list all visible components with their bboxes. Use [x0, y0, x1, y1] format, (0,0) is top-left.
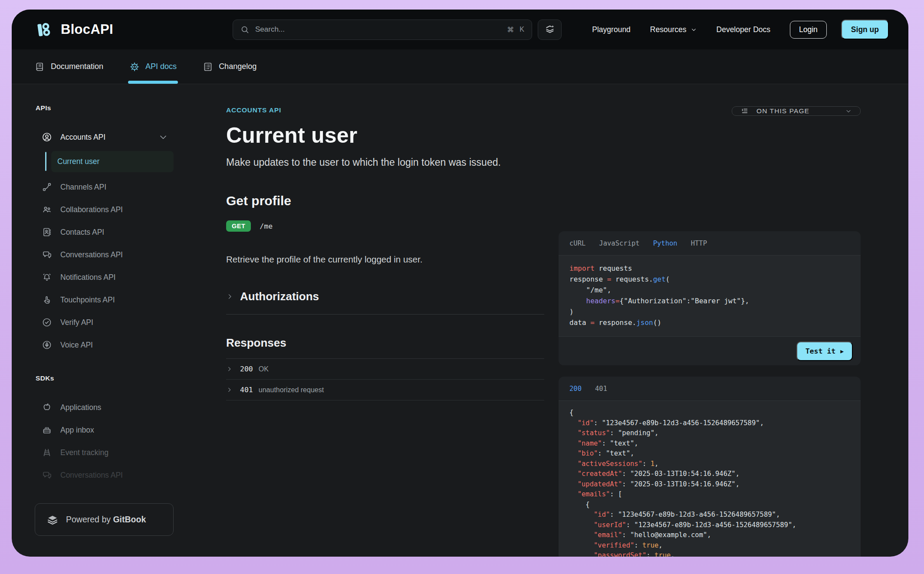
search-placeholder: Search...	[255, 25, 285, 34]
play-icon: ▶	[840, 348, 844, 354]
site-header: BlocAPI Search... ⌘K Playground	[12, 10, 908, 49]
tab-200[interactable]: 200	[569, 385, 582, 393]
code-panel-footer: Test it ▶	[559, 336, 861, 365]
user-circle-icon	[42, 132, 52, 142]
response-status-tabs: 200 401	[559, 377, 861, 401]
railway-track-icon	[42, 447, 52, 458]
search-input[interactable]: Search... ⌘K	[233, 20, 532, 40]
nav-developer-docs[interactable]: Developer Docs	[717, 25, 771, 34]
tab-documentation[interactable]: Documentation	[35, 49, 103, 84]
chat-bubbles-icon	[42, 249, 52, 260]
sidebar-item-applications[interactable]: Applications	[35, 396, 174, 419]
app-window: BlocAPI Search... ⌘K Playground	[12, 10, 908, 557]
code-sidebar: ON THIS PAGE cURL JavaScript Python HTTP…	[559, 84, 861, 557]
route-icon	[42, 182, 52, 192]
responses-heading: Responses	[226, 336, 544, 359]
book-icon	[35, 62, 45, 72]
tab-401[interactable]: 401	[595, 385, 607, 393]
sidebar-item-collaborations-api[interactable]: Collaborations API	[35, 198, 174, 221]
on-this-page-dropdown[interactable]: ON THIS PAGE	[732, 106, 861, 116]
request-code-panel: cURL JavaScript Python HTTP import reque…	[559, 231, 861, 365]
powered-by-gitbook-button[interactable]: Powered by GitBook	[35, 503, 174, 536]
tab-api-docs[interactable]: API docs	[129, 49, 177, 84]
contact-card-icon	[42, 227, 52, 237]
blocapi-logo-icon	[35, 20, 55, 39]
sidebar-item-current-user[interactable]: Current user	[51, 151, 174, 172]
active-indent-guide	[45, 152, 46, 171]
sidebar-item-conversations-api[interactable]: Conversations API	[35, 243, 174, 266]
tab-http[interactable]: HTTP	[691, 239, 707, 247]
page-title: Current user	[226, 123, 544, 148]
sidebar-section-sdks: SDKs	[36, 374, 174, 382]
chevron-down-icon	[158, 132, 168, 142]
search-icon	[240, 25, 250, 34]
request-code-block[interactable]: import requestsresponse = requests.get( …	[559, 256, 861, 336]
space-tabbar: Documentation API docs Changelog	[12, 49, 908, 84]
sidebar-item-event-tracking[interactable]: Event tracking	[35, 441, 174, 464]
chevron-right-icon	[226, 293, 233, 300]
gitbook-logo-icon	[46, 513, 59, 526]
sidebar-item-verify-api[interactable]: Verify API	[35, 311, 174, 334]
tab-python[interactable]: Python	[653, 239, 677, 247]
sidebar-item-contacts-api[interactable]: Contacts API	[35, 221, 174, 243]
users-group-icon	[42, 204, 52, 215]
code-language-tabs: cURL JavaScript Python HTTP	[559, 231, 861, 256]
sidebar-item-notifications-api[interactable]: Notifications API	[35, 266, 174, 289]
endpoint-description: Retrieve the profile of the currently lo…	[226, 254, 544, 265]
ask-ai-layers-sparkle-icon	[544, 24, 556, 35]
inbox-tray-icon	[42, 425, 52, 435]
tab-label: Documentation	[51, 62, 103, 71]
bell-ringing-icon	[42, 272, 52, 282]
nav-resources[interactable]: Resources	[650, 25, 697, 34]
brand-logo[interactable]: BlocAPI	[35, 20, 132, 39]
test-it-button[interactable]: Test it ▶	[796, 341, 853, 361]
endpoint-path: /me	[260, 222, 273, 230]
section-heading-get-profile: Get profile	[226, 194, 544, 208]
signup-button[interactable]: Sign up	[841, 20, 889, 39]
sidebar: APIs Accounts API Current user	[35, 84, 174, 557]
check-circle-icon	[42, 317, 52, 328]
gear-code-icon	[129, 62, 140, 72]
pointer-hand-icon	[42, 295, 52, 305]
response-example-panel: 200 401 { "id": "123e4567-e89b-12d3-a456…	[559, 377, 861, 557]
endpoint-row: GET /me	[226, 220, 544, 232]
search-shortcut: ⌘K	[507, 26, 524, 34]
sidebar-item-voice-api[interactable]: Voice API	[35, 334, 174, 356]
header-nav: Playground Resources Developer Docs Logi…	[592, 20, 889, 39]
tab-curl[interactable]: cURL	[569, 239, 585, 247]
sidebar-item-touchpoints-api[interactable]: Touchpoints API	[35, 289, 174, 311]
page-description: Make updates to the user to which the lo…	[226, 157, 544, 168]
page-body: APIs Accounts API Current user	[12, 84, 908, 557]
brand-name: BlocAPI	[61, 22, 113, 37]
chevron-right-icon	[226, 366, 233, 372]
breadcrumb[interactable]: ACCOUNTS API	[226, 106, 544, 114]
ask-ai-button[interactable]	[538, 20, 562, 40]
login-button[interactable]: Login	[790, 21, 827, 39]
main-content: ACCOUNTS API Current user Make updates t…	[226, 84, 544, 557]
sidebar-item-app-inbox[interactable]: App inbox	[35, 419, 174, 441]
response-row-200[interactable]: 200 OK	[226, 359, 544, 380]
tab-label: Changelog	[219, 62, 256, 71]
chevron-down-icon	[691, 26, 697, 33]
active-tab-underline	[128, 81, 178, 84]
sidebar-section-apis: APIs	[36, 104, 174, 112]
apple-icon	[42, 402, 52, 413]
sidebar-item-channels-api[interactable]: Channels API	[35, 176, 174, 198]
changelog-list-icon	[203, 62, 213, 72]
response-row-401[interactable]: 401 unauthorized request	[226, 380, 544, 400]
tab-changelog[interactable]: Changelog	[203, 49, 256, 84]
nav-playground[interactable]: Playground	[592, 25, 631, 34]
desktop-background: { "colors": { "desktop_background": "#d2…	[0, 0, 924, 574]
chevron-right-icon	[226, 387, 233, 393]
tab-javascript[interactable]: JavaScript	[599, 239, 639, 247]
sidebar-item-accounts-api[interactable]: Accounts API	[35, 126, 174, 148]
microphone-circle-icon	[42, 340, 52, 350]
authorizations-disclosure[interactable]: Authorizations	[226, 290, 544, 315]
response-json-block[interactable]: { "id": "123e4567-e89b-12d3-a456-1526489…	[559, 401, 861, 557]
chevron-down-icon	[845, 108, 852, 115]
toc-icon	[740, 107, 749, 115]
tab-label: API docs	[145, 62, 177, 71]
chat-bubbles-icon	[42, 470, 52, 480]
http-method-badge: GET	[226, 220, 251, 232]
sidebar-item-conversations-api-sdk[interactable]: Conversations API	[35, 464, 174, 486]
